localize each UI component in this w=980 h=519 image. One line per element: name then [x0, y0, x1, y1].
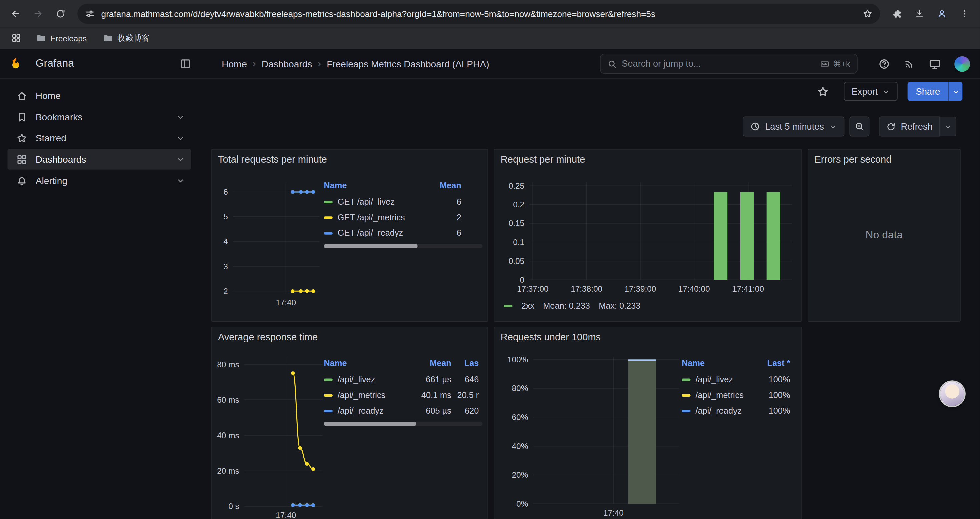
bookmark-label: 收藏博客	[118, 32, 150, 44]
bookmark-star-icon[interactable]	[862, 9, 873, 19]
series-name[interactable]: /api/_readyz	[337, 406, 383, 415]
series-swatch	[682, 409, 690, 412]
zoom-out-button[interactable]	[850, 117, 870, 137]
chevron-down-icon	[882, 87, 890, 95]
legend-row[interactable]: GET /api/_readyz6	[324, 225, 483, 241]
back-button[interactable]	[5, 3, 26, 24]
svg-text:17:37:00: 17:37:00	[517, 284, 549, 293]
series-name[interactable]: /api/_readyz	[695, 406, 741, 415]
back-icon	[11, 9, 21, 19]
svg-text:17:38:00: 17:38:00	[571, 284, 602, 293]
svg-text:17:40: 17:40	[275, 298, 296, 307]
sidebar-item-starred[interactable]: Starred	[7, 128, 191, 148]
legend-row[interactable]: /api/_livez661 µs646	[324, 372, 483, 387]
monitor-icon[interactable]	[929, 58, 941, 70]
export-button[interactable]: Export	[844, 82, 897, 101]
series-name[interactable]: GET /api/_livez	[337, 197, 395, 206]
share-label: Share	[916, 86, 940, 96]
legend-row[interactable]: /api/_livez100%	[682, 372, 797, 387]
refresh-button[interactable]: Refresh	[879, 117, 940, 137]
share-menu-caret[interactable]	[948, 82, 963, 101]
forward-button[interactable]	[27, 3, 49, 24]
series-name[interactable]: /api/_metrics	[695, 390, 743, 400]
legend-header[interactable]: Last *	[756, 359, 790, 368]
svg-text:0.05: 0.05	[509, 257, 524, 265]
site-settings-icon[interactable]	[85, 9, 95, 19]
assistant-avatar[interactable]	[940, 382, 964, 406]
sidebar-item-label: Starred	[36, 133, 168, 143]
dock-sidebar-icon[interactable]	[180, 58, 191, 69]
sidebar-item-home[interactable]: Home	[7, 85, 191, 106]
grafana-logo-icon[interactable]	[10, 57, 23, 71]
legend-row[interactable]: /api/_readyz100%	[682, 403, 797, 419]
bookmark-folder-blog[interactable]: 收藏博客	[98, 31, 155, 46]
downloads-button[interactable]	[908, 3, 930, 24]
reload-button[interactable]	[50, 3, 72, 24]
legend-scrollbar[interactable]	[324, 244, 483, 249]
help-icon[interactable]	[878, 58, 890, 70]
sidebar-item-dashboards[interactable]: Dashboards	[7, 149, 191, 170]
legend[interactable]: 2xx Mean: 0.233 Max: 0.233	[504, 301, 640, 310]
side-panel-button[interactable]	[7, 29, 25, 47]
legend-row[interactable]: /api/_readyz605 µs620	[324, 403, 483, 419]
svg-text:20%: 20%	[512, 470, 528, 479]
url-bar[interactable]: grafana.mathmast.com/d/deytv4rwavabkb/fr…	[77, 4, 880, 24]
zoom-out-icon	[854, 121, 865, 132]
series-name[interactable]: /api/_livez	[695, 375, 733, 384]
breadcrumb-item[interactable]: Dashboards	[261, 58, 312, 69]
svg-text:0.1: 0.1	[513, 238, 524, 247]
chevron-down-icon[interactable]	[176, 176, 185, 185]
svg-text:0 s: 0 s	[229, 501, 239, 511]
legend-value: 100%	[756, 406, 790, 415]
legend-row[interactable]: GET /api/_livez6	[324, 194, 483, 210]
star-icon	[16, 132, 28, 144]
legend-value: 646	[451, 375, 479, 384]
svg-text:17:40:00: 17:40:00	[678, 284, 710, 293]
legend-header[interactable]: Name	[324, 359, 414, 368]
chevron-down-icon[interactable]	[176, 155, 185, 164]
legend-row[interactable]: /api/_metrics40.1 ms20.5 r	[324, 387, 483, 403]
chevron-down-icon[interactable]	[176, 112, 185, 121]
sidebar-item-label: Bookmarks	[36, 112, 168, 122]
rss-icon[interactable]	[904, 58, 915, 69]
series-name[interactable]: 2xx	[521, 301, 535, 310]
legend-header[interactable]: Name	[682, 359, 756, 368]
series-swatch	[324, 394, 332, 396]
sidebar-item-alerting[interactable]: Alerting	[7, 170, 191, 191]
legend-header[interactable]: Mean	[430, 181, 461, 190]
legend-row[interactable]: GET /api/_metrics2	[324, 210, 483, 225]
breadcrumb-item: Freeleaps Metrics Dashboard (ALPHA)	[326, 58, 489, 69]
legend-row[interactable]: /api/_metrics100%	[682, 387, 797, 403]
bookmark-label: Freeleaps	[51, 34, 87, 43]
series-name[interactable]: /api/_livez	[337, 375, 375, 384]
chevron-down-icon[interactable]	[176, 134, 185, 142]
url-text[interactable]: grafana.mathmast.com/d/deytv4rwavabkb/fr…	[102, 9, 856, 19]
extensions-button[interactable]	[886, 3, 908, 24]
scrollbar-thumb[interactable]	[324, 422, 416, 426]
series-name[interactable]: GET /api/_readyz	[337, 228, 403, 238]
series-mean: Mean: 0.233	[543, 301, 590, 310]
search-placeholder: Search or jump to...	[622, 59, 815, 69]
breadcrumb-item[interactable]: Home	[222, 58, 247, 69]
refresh-interval-caret[interactable]	[940, 117, 956, 137]
header-icons	[878, 49, 970, 79]
time-range-picker[interactable]: Last 5 minutes	[743, 117, 845, 137]
sidebar-item-bookmarks[interactable]: Bookmarks	[7, 107, 191, 127]
svg-text:0.2: 0.2	[513, 200, 524, 209]
legend-scrollbar[interactable]	[324, 422, 483, 426]
profile-avatar[interactable]	[931, 3, 953, 24]
browser-menu-button[interactable]	[954, 3, 975, 24]
series-name[interactable]: /api/_metrics	[337, 390, 385, 400]
legend-value: 6	[430, 197, 461, 206]
series-name[interactable]: GET /api/_metrics	[337, 213, 405, 222]
scrollbar-thumb[interactable]	[324, 244, 418, 249]
legend-header[interactable]: Mean	[414, 359, 451, 368]
legend-header[interactable]: Las	[451, 359, 479, 368]
bar-chart[interactable]: 0.250.20.150.10.05017:37:0017:38:0017:39…	[494, 150, 801, 321]
bookmark-folder-freeleaps[interactable]: Freeleaps	[31, 31, 92, 45]
user-avatar[interactable]	[954, 56, 970, 72]
search-input[interactable]: Search or jump to... ⌘+k	[600, 54, 858, 74]
legend-header[interactable]: Name	[324, 181, 430, 190]
share-button[interactable]: Share	[908, 82, 948, 101]
favorite-star-icon[interactable]	[817, 86, 829, 97]
